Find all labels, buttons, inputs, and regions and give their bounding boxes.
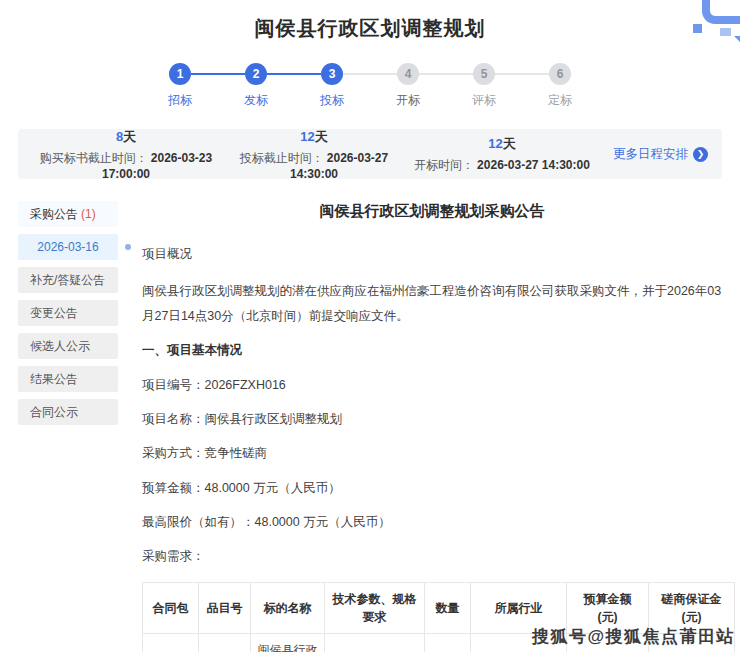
step-4-label: 开标: [396, 92, 420, 109]
announcement-date-label: 2026-03-16: [37, 240, 98, 254]
cell-subject-name: 闽侯县行政区划调整规划: [251, 633, 325, 652]
announcement-content: 闽侯县行政区划调整规划采购公告 项目概况 闽侯县行政区划调整规划的潜在供应商应在…: [142, 201, 722, 652]
page-title: 闽侯县行政区划调整规划: [0, 15, 740, 42]
step-6-badge: 6: [549, 63, 571, 85]
days-remaining: 12天: [220, 128, 408, 146]
field-max-price: 最高限价（如有）：48.0000 万元（人民币）: [142, 513, 722, 532]
cell-contract-package: 1: [143, 633, 199, 652]
field-project-name: 项目名称：闽侯县行政区划调整规划: [142, 410, 722, 429]
schedule-item-opening-time: 12天 开标时间：2026-03-27 14:30:00: [408, 135, 596, 174]
site-logo-fragment: [690, 0, 740, 44]
step-3-label: 投标: [320, 92, 344, 109]
sidebar-item-candidate-publicity[interactable]: 候选人公示: [18, 333, 118, 359]
section1-heading: 一、项目基本情况: [142, 341, 722, 360]
step-5-badge: 5: [473, 63, 495, 85]
days-remaining: 8天: [32, 128, 220, 146]
sidebar-item-announcement-date[interactable]: 2026-03-16: [18, 234, 118, 260]
sidebar: 采购公告(1) 2026-03-16 补充/答疑公告 变更公告 候选人公示 结果…: [18, 201, 118, 432]
deadline-text: 开标时间：2026-03-27 14:30:00: [408, 157, 596, 174]
stepper-step-5: 5 评标: [446, 63, 522, 109]
field-project-number: 项目编号：2026FZXH016: [142, 376, 722, 395]
sidebar-item-result-announcement[interactable]: 结果公告: [18, 366, 118, 392]
sidebar-item-supplement-announcement[interactable]: 补充/答疑公告: [18, 267, 118, 293]
demand-heading: 采购需求：: [142, 547, 722, 566]
step-6-label: 定标: [548, 92, 572, 109]
step-1-badge: 1: [169, 63, 191, 85]
table-header-tech-specs: 技术参数、规格要求: [325, 582, 425, 633]
cell-quantity: 1项: [425, 633, 471, 652]
step-1-label: 招标: [168, 92, 192, 109]
days-remaining: 12天: [408, 135, 596, 153]
sidebar-item-label: 采购公告: [30, 207, 78, 221]
deadline-text: 购买标书截止时间：2026-03-23 17:00:00: [32, 150, 220, 181]
step-2-label: 发标: [244, 92, 268, 109]
stepper-step-3: 3 投标: [294, 63, 370, 109]
step-4-badge: 4: [397, 63, 419, 85]
timeline-dot-icon: [125, 244, 131, 250]
sidebar-item-contract-publicity[interactable]: 合同公示: [18, 399, 118, 425]
announcement-title: 闽侯县行政区划调整规划采购公告: [142, 202, 722, 221]
field-budget-amount: 预算金额：48.0000 万元（人民币）: [142, 479, 722, 498]
step-3-badge: 3: [321, 63, 343, 85]
table-header-quantity: 数量: [425, 582, 471, 633]
more-schedule-label: 更多日程安排: [613, 146, 688, 163]
overview-text: 闽侯县行政区划调整规划的潜在供应商应在福州信豪工程造价咨询有限公司获取采购文件，…: [142, 279, 722, 328]
sidebar-item-procurement-announcement[interactable]: 采购公告(1): [18, 201, 118, 227]
step-2-badge: 2: [245, 63, 267, 85]
progress-stepper: 1 招标 2 发标 3 投标 4 开标 5 评标 6 定标: [0, 63, 740, 109]
schedule-bar: 8天 购买标书截止时间：2026-03-23 17:00:00 12天 投标截止…: [18, 129, 722, 179]
stepper-step-4: 4 开标: [370, 63, 446, 109]
schedule-item-bid-deadline: 12天 投标截止时间：2026-03-27 14:30:00: [220, 128, 408, 181]
cell-tech-specs: 详见第三章《招标内容及要求》: [325, 633, 425, 652]
table-header-item-number: 品目号: [199, 582, 251, 633]
arrow-right-icon: ❯: [693, 147, 708, 162]
cell-item-number: 1-1: [199, 633, 251, 652]
step-5-label: 评标: [472, 92, 496, 109]
deadline-text: 投标截止时间：2026-03-27 14:30:00: [220, 150, 408, 181]
announcement-count-badge: (1): [81, 207, 96, 221]
field-procurement-method: 采购方式：竞争性磋商: [142, 444, 722, 463]
stepper-step-6: 6 定标: [522, 63, 598, 109]
sidebar-item-change-announcement[interactable]: 变更公告: [18, 300, 118, 326]
table-header-contract-package: 合同包: [143, 582, 199, 633]
stepper-step-1: 1 招标: [142, 63, 218, 109]
table-header-subject-name: 标的名称: [251, 582, 325, 633]
overview-heading: 项目概况: [142, 245, 722, 264]
schedule-item-purchase-deadline: 8天 购买标书截止时间：2026-03-23 17:00:00: [32, 128, 220, 181]
main-area: 采购公告(1) 2026-03-16 补充/答疑公告 变更公告 候选人公示 结果…: [18, 201, 722, 652]
watermark-text: 搜狐号@搜狐焦点莆田站: [532, 625, 735, 648]
stepper-step-2: 2 发标: [218, 63, 294, 109]
more-schedule-link[interactable]: 更多日程安排 ❯: [596, 146, 708, 163]
